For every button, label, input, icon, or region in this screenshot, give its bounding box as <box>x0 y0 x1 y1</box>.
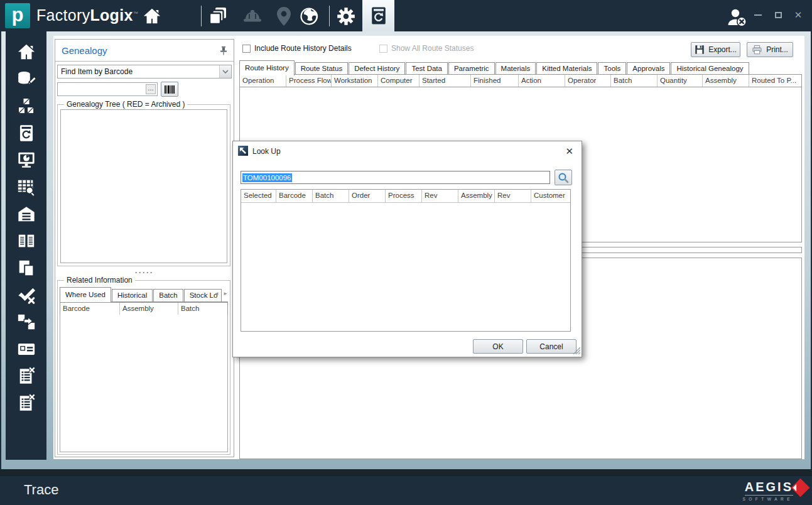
route-tab[interactable]: Route History <box>239 60 295 75</box>
route-tab[interactable]: Route Status <box>295 62 348 75</box>
column-header[interactable]: Workstation <box>332 75 378 87</box>
gear-icon[interactable] <box>335 6 357 26</box>
related-tab[interactable]: Batch <box>153 289 183 301</box>
close-button[interactable]: ✕ <box>793 10 803 20</box>
printer-icon <box>752 45 762 55</box>
print-button[interactable]: Print... <box>747 42 793 57</box>
column-header[interactable]: Operator <box>565 75 611 87</box>
bottom-accent-strip <box>0 469 812 476</box>
route-tab[interactable]: Test Data <box>406 62 448 75</box>
browse-ellipsis-button[interactable]: … <box>146 84 156 94</box>
export-button[interactable]: Export... <box>691 42 740 57</box>
barcode-scan-button[interactable] <box>161 82 178 97</box>
column-header[interactable]: Finished <box>471 75 519 87</box>
column-header[interactable]: Barcode <box>60 303 120 315</box>
route-tab[interactable]: Kitted Materials <box>536 62 597 75</box>
column-header[interactable]: Order <box>349 190 386 202</box>
related-grid-header: BarcodeAssemblyBatch <box>60 302 228 315</box>
toolbar-separator <box>201 6 202 26</box>
open-book-icon[interactable] <box>17 232 36 251</box>
genealogy-tree[interactable] <box>60 109 227 263</box>
barcode-icon <box>165 85 175 94</box>
column-header[interactable]: Action <box>519 75 565 87</box>
related-tab[interactable]: Where Used <box>60 287 111 302</box>
column-header[interactable]: Assembly <box>703 75 749 87</box>
column-header[interactable]: Barcode <box>276 190 313 202</box>
user-logout-icon[interactable] <box>726 8 749 28</box>
list-remove-alt-icon[interactable] <box>17 394 36 413</box>
related-information-group: Related Information Where UsedHistorical… <box>57 280 230 455</box>
aegis-logo: AEGIS SOFTWARE <box>718 480 793 501</box>
top-bar: p FactoryLogix™ ✕ <box>0 0 812 31</box>
include-route-history-checkbox[interactable]: Include Route History Details <box>242 44 352 53</box>
dialog-titlebar[interactable]: Look Up ✕ <box>233 141 582 160</box>
maximize-button[interactable] <box>773 10 783 20</box>
list-remove-icon[interactable] <box>17 367 36 386</box>
lookup-results-table: SelectedBarcodeBatchOrderProcessRevAssem… <box>241 189 571 332</box>
related-tab[interactable]: Historical <box>112 289 153 301</box>
tab-scroll-arrows[interactable]: ◄ ► <box>214 291 229 296</box>
save-icon <box>695 45 705 55</box>
column-header[interactable]: Assembly <box>458 190 495 202</box>
selected-text: TOM00100096 <box>242 173 292 182</box>
ok-button[interactable]: OK <box>473 339 523 354</box>
dashboard-monitor-icon[interactable] <box>17 151 36 170</box>
column-header[interactable]: Computer <box>378 75 420 87</box>
aegis-diamond-icon <box>791 479 810 497</box>
find-mode-dropdown[interactable]: Find Item by Barcode <box>57 65 232 79</box>
minimize-button[interactable] <box>753 10 763 20</box>
route-tab[interactable]: Parametric <box>448 62 495 75</box>
lookup-search-button[interactable] <box>555 170 572 185</box>
show-all-statuses-checkbox: Show All Route Statuses <box>379 44 474 53</box>
cancel-button[interactable]: Cancel <box>526 339 577 354</box>
column-header[interactable]: Routed To P... <box>749 75 801 87</box>
database-edit-icon[interactable] <box>17 70 36 89</box>
pin-icon[interactable] <box>220 46 227 57</box>
table-search-icon[interactable] <box>17 178 36 197</box>
module-title: Trace <box>24 482 58 498</box>
barcode-input[interactable] <box>57 82 158 96</box>
related-grid-body[interactable] <box>60 315 228 452</box>
trace-book-icon[interactable] <box>17 124 36 143</box>
column-header[interactable]: Process Flow <box>286 75 332 87</box>
column-header[interactable]: Started <box>420 75 471 87</box>
column-header[interactable]: Rev <box>495 190 531 202</box>
documents-icon[interactable] <box>17 259 36 278</box>
toolbar-separator <box>329 6 330 26</box>
id-card-icon[interactable] <box>17 340 36 359</box>
route-tab[interactable]: Approvals <box>627 62 670 75</box>
column-header[interactable]: Customer <box>531 190 570 202</box>
column-header[interactable]: Operation <box>240 75 286 87</box>
warehouse-icon[interactable] <box>17 205 36 224</box>
genealogy-panel: Genealogy Find Item by Barcode … Genealo… <box>55 39 234 457</box>
route-tab[interactable]: Materials <box>495 62 536 75</box>
chevron-down-icon[interactable] <box>219 65 231 78</box>
trace-tab-active[interactable] <box>362 0 394 31</box>
column-header[interactable]: Rev <box>422 190 458 202</box>
magnifier-icon <box>558 172 569 183</box>
route-tab[interactable]: Defect History <box>349 62 405 75</box>
column-header[interactable]: Quantity <box>658 75 703 87</box>
column-header[interactable]: Process <box>386 190 422 202</box>
transfer-icon[interactable] <box>17 313 36 332</box>
column-header[interactable]: Batch <box>178 303 227 315</box>
column-header[interactable]: Batch <box>313 190 349 202</box>
column-header[interactable]: Selected <box>241 190 276 202</box>
resize-grip[interactable] <box>573 347 580 356</box>
dialog-close-icon[interactable]: ✕ <box>565 146 573 157</box>
home-icon[interactable] <box>141 6 163 26</box>
route-tab[interactable]: Historical Genealogy <box>671 62 749 75</box>
find-mode-value: Find Item by Barcode <box>58 67 219 76</box>
column-header[interactable]: Batch <box>611 75 658 87</box>
home-icon[interactable] <box>17 43 36 62</box>
layers-icon[interactable] <box>207 6 230 26</box>
material-blocks-icon[interactable] <box>17 97 36 116</box>
checkbox-box[interactable] <box>242 45 251 53</box>
lookup-input[interactable]: TOM00100096 <box>241 171 550 184</box>
factorylogix-logo: p <box>5 3 30 28</box>
accept-reject-icon[interactable] <box>17 286 36 305</box>
route-tab[interactable]: Tools <box>598 62 626 75</box>
column-header[interactable]: Assembly <box>120 303 178 315</box>
globe-icon[interactable] <box>298 6 320 26</box>
lookup-dialog-icon <box>238 146 248 157</box>
